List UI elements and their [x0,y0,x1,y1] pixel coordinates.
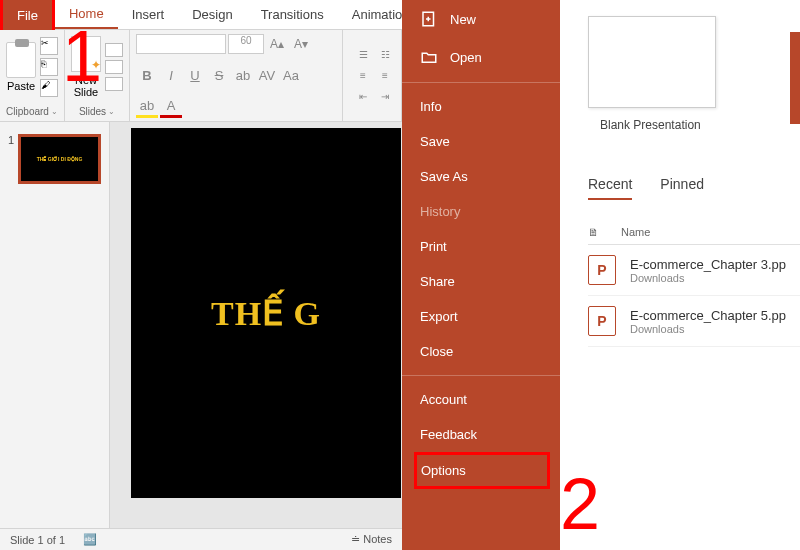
numbering-button[interactable]: ☷ [375,46,395,64]
file-location: Downloads [630,323,786,335]
spacing-button[interactable]: AV [256,64,278,86]
tab-file[interactable]: File [0,0,55,30]
bullets-button[interactable]: ☰ [353,46,373,64]
blank-presentation-label: Blank Presentation [588,118,800,132]
recent-files-list: 🗎 Name P E-commerce_Chapter 3.pp Downloa… [588,220,800,347]
new-slide-button[interactable]: New Slide [71,36,101,98]
nav-open-label: Open [450,50,482,65]
ribbon-group-clipboard: Paste ✂ ⎘ 🖌 Clipboard [0,30,65,121]
backstage-content: Blank Presentation Recent Pinned 🗎 Name … [560,0,800,550]
nav-export[interactable]: Export [402,299,560,334]
nav-save-as[interactable]: Save As [402,159,560,194]
ribbon-group-slides: New Slide Slides [65,30,130,121]
status-bar: Slide 1 of 1 🔤 ≐ Notes [0,528,402,550]
powerpoint-file-icon: P [588,306,616,336]
notes-button[interactable]: ≐ Notes [351,533,392,546]
nav-save[interactable]: Save [402,124,560,159]
file-name: E-commerce_Chapter 3.pp [630,257,786,272]
file-name: E-commerce_Chapter 5.pp [630,308,786,323]
ribbon: Paste ✂ ⎘ 🖌 Clipboard New Slide [0,30,402,122]
nav-account[interactable]: Account [402,382,560,417]
divider [402,375,560,376]
nav-options[interactable]: Options [414,452,550,489]
clipboard-icon [6,42,36,78]
nav-print[interactable]: Print [402,229,560,264]
font-size-select[interactable]: 60 [228,34,264,54]
thumbnails-pane: 1 THẾ GIỚI DI ĐỘNG [0,122,110,528]
shadow-button[interactable]: ab [232,64,254,86]
file-name-header: Name [621,226,650,238]
clipboard-group-label: Clipboard [0,104,64,121]
reset-button[interactable] [105,60,123,74]
file-location: Downloads [630,272,786,284]
font-color-button[interactable]: A [160,96,182,118]
file-icon-header: 🗎 [588,226,599,238]
nav-new-label: New [450,12,476,27]
file-row[interactable]: P E-commerce_Chapter 3.pp Downloads [588,245,800,296]
layout-button[interactable] [105,43,123,57]
section-button[interactable] [105,77,123,91]
case-button[interactable]: Aa [280,64,302,86]
ribbon-group-paragraph: ☰ ☷ ≡ ≡ ⇤ ⇥ [343,30,402,121]
template-preview-edge [790,32,800,124]
nav-open[interactable]: Open [402,38,560,76]
blank-presentation-template[interactable] [588,16,716,108]
cut-button[interactable]: ✂ [40,37,58,55]
slide-count: Slide 1 of 1 [10,534,65,546]
align-center-button[interactable]: ≡ [375,67,395,85]
thumbnail-number: 1 [8,134,14,184]
plus-doc-icon [420,10,438,28]
indent-right-button[interactable]: ⇥ [375,88,395,106]
tab-transitions[interactable]: Transitions [247,0,338,29]
thumbnail-text: THẾ GIỚI DI ĐỘNG [37,156,83,162]
nav-history: History [402,194,560,229]
tab-insert[interactable]: Insert [118,0,179,29]
align-left-button[interactable]: ≡ [353,67,373,85]
new-slide-label: New Slide [74,74,98,98]
new-slide-icon [71,36,101,72]
nav-close[interactable]: Close [402,334,560,369]
main-window: File Home Insert Design Transitions Anim… [0,0,402,550]
slide-thumbnail[interactable]: THẾ GIỚI DI ĐỘNG [18,134,101,184]
italic-button[interactable]: I [160,64,182,86]
decrease-font-button[interactable]: A▾ [290,34,312,54]
highlight-button[interactable]: ab [136,96,158,118]
tab-home[interactable]: Home [55,0,118,29]
workspace: 1 THẾ GIỚI DI ĐỘNG THẾ G [0,122,402,528]
backstage-view: New Open Info Save Save As History Print… [402,0,800,550]
ribbon-tabs: File Home Insert Design Transitions Anim… [0,0,402,30]
strikethrough-button[interactable]: S [208,64,230,86]
increase-font-button[interactable]: A▴ [266,34,288,54]
slide[interactable]: THẾ G [131,128,401,498]
nav-new[interactable]: New [402,0,560,38]
file-row[interactable]: P E-commerce_Chapter 5.pp Downloads [588,296,800,347]
nav-info[interactable]: Info [402,89,560,124]
powerpoint-file-icon: P [588,255,616,285]
copy-button[interactable]: ⎘ [40,58,58,76]
paste-label: Paste [7,80,35,92]
indent-left-button[interactable]: ⇤ [353,88,373,106]
tab-design[interactable]: Design [178,0,246,29]
format-painter-button[interactable]: 🖌 [40,79,58,97]
ribbon-group-font: 60 A▴ A▾ B I U S ab AV Aa ab A F [130,30,343,121]
recent-tabs: Recent Pinned [588,176,800,200]
font-family-select[interactable] [136,34,226,54]
slide-canvas[interactable]: THẾ G [110,122,402,528]
folder-open-icon [420,48,438,66]
file-list-header: 🗎 Name [588,220,800,245]
divider [402,82,560,83]
bold-button[interactable]: B [136,64,158,86]
spellcheck-icon[interactable]: 🔤 [83,533,97,546]
nav-feedback[interactable]: Feedback [402,417,560,452]
recent-tab-pinned[interactable]: Pinned [660,176,704,200]
paste-button[interactable]: Paste [6,42,36,92]
slide-title-text: THẾ G [211,293,321,333]
nav-share[interactable]: Share [402,264,560,299]
underline-button[interactable]: U [184,64,206,86]
backstage-nav: New Open Info Save Save As History Print… [402,0,560,550]
slides-group-label: Slides [65,104,129,121]
recent-tab-recent[interactable]: Recent [588,176,632,200]
